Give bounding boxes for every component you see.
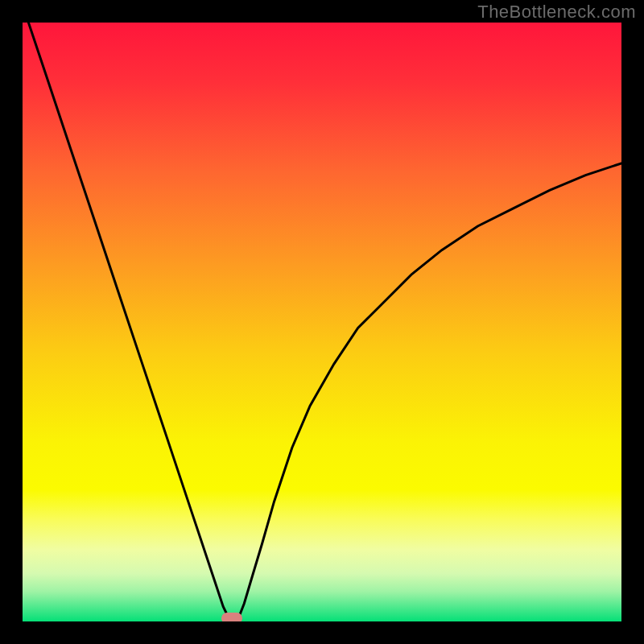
watermark-text: TheBottleneck.com: [477, 2, 636, 23]
chart-svg: [23, 23, 621, 621]
gradient-background: [23, 23, 621, 621]
minimum-marker: [221, 613, 242, 621]
plot-area: [23, 23, 621, 621]
chart-frame: TheBottleneck.com: [0, 0, 644, 644]
